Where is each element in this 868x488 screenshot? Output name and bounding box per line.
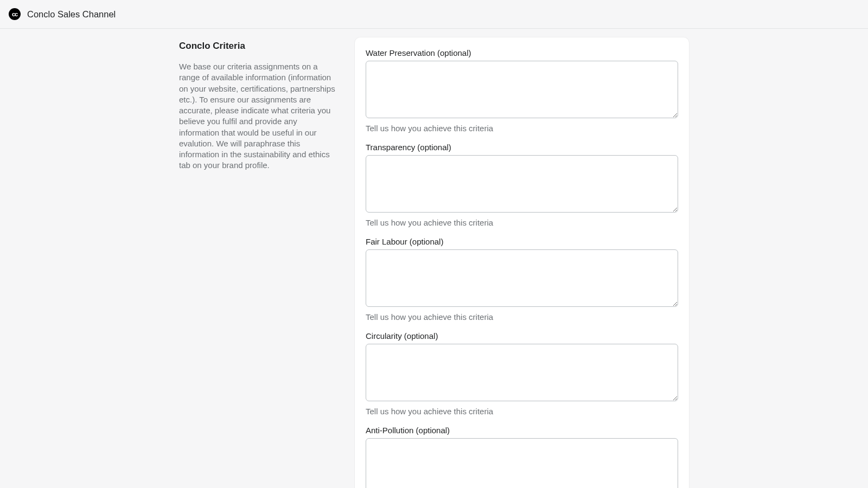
field-label: Water Preservation (optional) [366, 48, 678, 57]
brand-logo-icon: cc [9, 8, 21, 20]
field-help-text: Tell us how you achieve this criteria [366, 218, 678, 227]
field-label: Anti-Pollution (optional) [366, 426, 678, 435]
main-content: Conclo Criteria We base our criteria ass… [0, 29, 868, 488]
field-circularity: Circularity (optional) Tell us how you a… [366, 331, 678, 416]
field-label: Fair Labour (optional) [366, 237, 678, 246]
circularity-input[interactable] [366, 344, 678, 401]
field-help-text: Tell us how you achieve this criteria [366, 407, 678, 416]
field-transparency: Transparency (optional) Tell us how you … [366, 143, 678, 227]
section-description: We base our criteria assignments on a ra… [179, 61, 336, 171]
anti-pollution-input[interactable] [366, 438, 678, 488]
field-fair-labour: Fair Labour (optional) Tell us how you a… [366, 237, 678, 322]
criteria-form-card: Water Preservation (optional) Tell us ho… [355, 37, 689, 488]
transparency-input[interactable] [366, 155, 678, 213]
field-label: Transparency (optional) [366, 143, 678, 152]
field-water-preservation: Water Preservation (optional) Tell us ho… [366, 48, 678, 133]
field-help-text: Tell us how you achieve this criteria [366, 124, 678, 133]
section-title: Conclo Criteria [179, 41, 336, 52]
field-anti-pollution: Anti-Pollution (optional) Tell us how yo… [366, 426, 678, 488]
section-intro: Conclo Criteria We base our criteria ass… [179, 37, 336, 488]
app-title: Conclo Sales Channel [27, 9, 116, 20]
fair-labour-input[interactable] [366, 249, 678, 307]
app-header: cc Conclo Sales Channel [0, 0, 868, 29]
field-help-text: Tell us how you achieve this criteria [366, 312, 678, 322]
field-label: Circularity (optional) [366, 331, 678, 341]
water-preservation-input[interactable] [366, 61, 678, 118]
